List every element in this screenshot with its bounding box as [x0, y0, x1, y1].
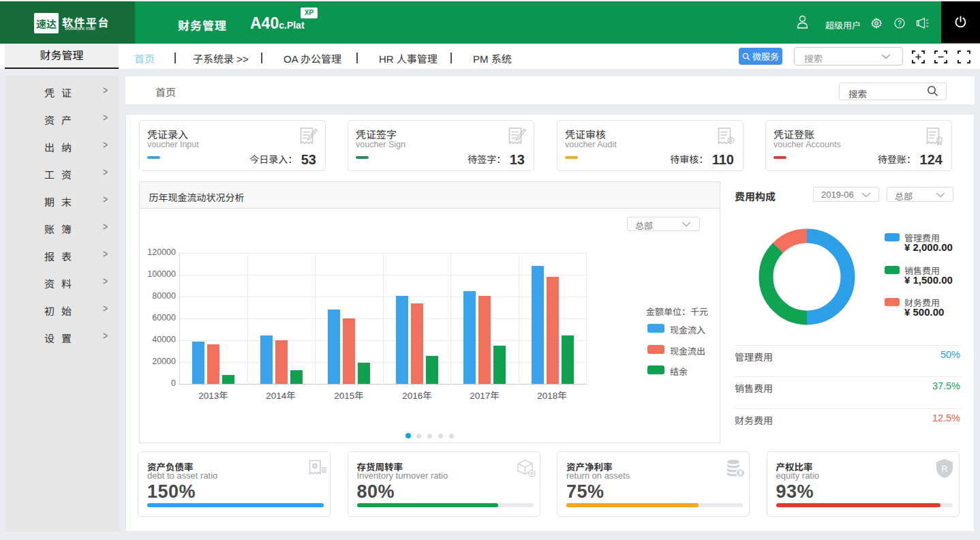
svg-text:R: R — [941, 464, 947, 474]
svg-text:?: ? — [898, 20, 902, 27]
svg-text:¥: ¥ — [739, 469, 743, 477]
